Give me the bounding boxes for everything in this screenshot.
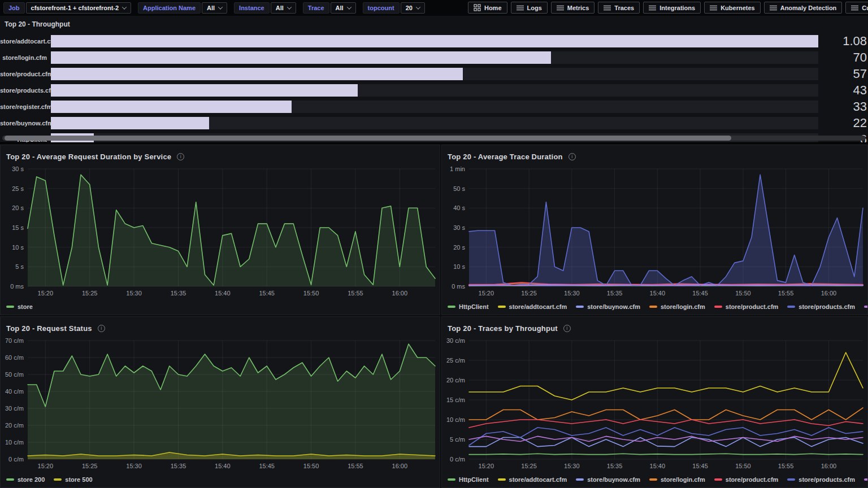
legend-item[interactable]: store/products.cfm xyxy=(787,303,855,310)
svg-text:15 s: 15 s xyxy=(12,224,24,231)
legend-item[interactable]: store xyxy=(6,303,33,310)
bar-track[interactable] xyxy=(51,117,818,129)
legend-item[interactable]: store 500 xyxy=(54,476,92,483)
nav-button-integrations[interactable]: Integrations xyxy=(643,2,701,14)
svg-text:15:55: 15:55 xyxy=(778,463,794,469)
panel-request-status: Top 20 - Request Status 70 c/m60 c/m50 c… xyxy=(0,316,440,488)
legend-swatch xyxy=(498,306,506,308)
legend-item[interactable]: store/addtocart.cfm xyxy=(498,303,567,310)
svg-text:15:55: 15:55 xyxy=(778,290,794,297)
legend-item[interactable]: store/buynow.cfm xyxy=(576,303,640,310)
bar-track[interactable] xyxy=(51,84,818,97)
panel-title: Top 20 - Average Request Duration by Ser… xyxy=(6,152,171,161)
legend-label: store xyxy=(18,303,33,310)
bar-row: store/login.cfm70 xyxy=(0,49,868,66)
bar-track[interactable] xyxy=(51,101,818,113)
menu-icon xyxy=(649,5,656,11)
chart-legend: store xyxy=(6,302,440,312)
svg-text:15:20: 15:20 xyxy=(479,463,494,469)
chart-plot[interactable]: 1 min50 s40 s30 s20 s10 s0 ms15:2015:251… xyxy=(443,163,866,299)
filter-value-dropdown[interactable]: All xyxy=(271,2,296,14)
nav-button-label: Logs xyxy=(527,5,542,11)
bar-label: store/products.cfm xyxy=(0,87,51,94)
nav-button-cu[interactable]: Cu xyxy=(845,2,868,14)
legend-swatch xyxy=(864,306,867,308)
svg-text:15:20: 15:20 xyxy=(38,290,54,297)
svg-text:15:50: 15:50 xyxy=(303,463,319,469)
svg-text:40 c/m: 40 c/m xyxy=(5,388,24,395)
legend-item[interactable]: store/login.cfm xyxy=(649,303,705,310)
legend-item[interactable]: store/addtocart.cfm xyxy=(498,476,567,483)
filter-bar: Jobcfstorefront-1 + cfstorefront-2Applic… xyxy=(3,2,425,14)
svg-text:15:55: 15:55 xyxy=(348,463,363,469)
svg-text:10 s: 10 s xyxy=(453,263,465,270)
legend-item[interactable]: store/products.cfm xyxy=(787,476,855,483)
chart-plot[interactable]: 30 c/m25 c/m20 c/m15 c/m10 c/m5 c/m0 c/m… xyxy=(443,335,866,472)
legend-swatch xyxy=(576,306,584,308)
legend-item[interactable]: HttpClient xyxy=(448,476,489,483)
legend-swatch xyxy=(448,478,455,481)
legend-item[interactable]: store/ xyxy=(864,303,867,310)
nav-button-traces[interactable]: Traces xyxy=(598,2,640,14)
legend-item[interactable]: store/product.cfm xyxy=(714,303,779,310)
legend-label: HttpClient xyxy=(459,303,489,310)
chevron-down-icon xyxy=(416,5,420,9)
svg-text:20 s: 20 s xyxy=(12,204,24,211)
svg-text:15:25: 15:25 xyxy=(82,290,98,297)
info-icon[interactable] xyxy=(177,153,184,160)
svg-text:15:35: 15:35 xyxy=(171,290,186,297)
bar-value: 1.08 xyxy=(818,34,868,49)
panel-header: Top 20 - Average Trace Duration xyxy=(442,145,867,162)
horizontal-scrollbar-thumb[interactable] xyxy=(5,136,731,141)
bar-track[interactable] xyxy=(51,68,818,80)
legend-item[interactable]: store 200 xyxy=(6,476,45,483)
bar-fill xyxy=(51,35,818,47)
legend-label: store/login.cfm xyxy=(661,303,705,310)
svg-text:15 c/m: 15 c/m xyxy=(446,396,465,403)
legend-label: store/buynow.cfm xyxy=(587,476,640,483)
chart-plot[interactable]: 70 c/m60 c/m50 c/m40 c/m30 c/m20 c/m10 c… xyxy=(2,335,439,472)
chart-plot[interactable]: 30 s25 s20 s15 s10 s5 s0 ms15:2015:2515:… xyxy=(2,163,439,299)
info-icon[interactable] xyxy=(563,325,571,332)
panel-avg-trace-duration: Top 20 - Average Trace Duration 1 min50 … xyxy=(441,145,868,315)
bar-label: store/login.cfm xyxy=(0,54,51,61)
bar-value: 57 xyxy=(818,67,868,81)
horizontal-scrollbar-track[interactable] xyxy=(2,136,866,141)
svg-text:10 s: 10 s xyxy=(12,244,24,251)
legend-item[interactable]: store/ xyxy=(864,476,867,483)
nav-button-anomaly-detection[interactable]: Anomaly Detection xyxy=(764,2,843,14)
svg-text:15:50: 15:50 xyxy=(735,463,751,469)
filter-label: Trace xyxy=(303,2,329,14)
filter-value-dropdown[interactable]: All xyxy=(202,2,227,14)
nav-button-label: Cu xyxy=(862,5,868,11)
nav-button-logs[interactable]: Logs xyxy=(511,2,548,14)
nav-button-home[interactable]: Home xyxy=(468,2,507,14)
legend-item[interactable]: store/buynow.cfm xyxy=(576,476,640,483)
filter-label: Application Name xyxy=(138,2,201,14)
bar-track[interactable] xyxy=(51,35,818,47)
nav-button-metrics[interactable]: Metrics xyxy=(551,2,595,14)
legend-item[interactable]: store/login.cfm xyxy=(649,476,705,483)
filter-value-dropdown[interactable]: All xyxy=(331,2,356,14)
svg-text:15:20: 15:20 xyxy=(479,290,494,297)
filter-value-dropdown[interactable]: 20 xyxy=(401,2,425,14)
menu-icon xyxy=(710,5,717,11)
bar-label: store/product.cfm xyxy=(0,71,51,77)
filter-value-dropdown[interactable]: cfstorefront-1 + cfstorefront-2 xyxy=(26,2,132,14)
legend-item[interactable]: HttpClient xyxy=(448,303,489,310)
svg-text:0 ms: 0 ms xyxy=(10,283,24,290)
legend-item[interactable]: store/product.cfm xyxy=(714,476,779,483)
panel-header: Top 20 - Traces by Throughput xyxy=(442,317,867,334)
bar-chart: store/addtocart.cfm1.08store/login.cfm70… xyxy=(0,33,868,143)
svg-text:70 c/m: 70 c/m xyxy=(5,337,24,344)
svg-text:0 c/m: 0 c/m xyxy=(450,456,465,463)
info-icon[interactable] xyxy=(98,325,105,332)
bar-track[interactable] xyxy=(51,51,818,64)
panel-title: Top 20 - Throughput xyxy=(5,20,70,28)
filter-label: Instance xyxy=(234,2,270,14)
svg-text:15:35: 15:35 xyxy=(607,290,623,297)
info-icon[interactable] xyxy=(568,153,576,160)
svg-text:10 c/m: 10 c/m xyxy=(5,439,24,446)
nav-button-kubernetes[interactable]: Kubernetes xyxy=(704,2,761,14)
svg-text:15:40: 15:40 xyxy=(215,290,231,297)
